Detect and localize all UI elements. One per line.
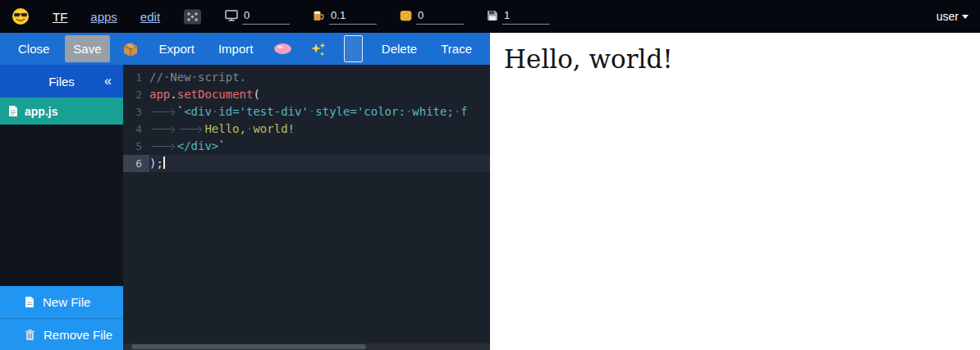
tab-indent-marker [149, 103, 177, 120]
editor-toolbar: Close Save Export Import [0, 33, 490, 65]
line-number: 2 [123, 86, 149, 103]
remove-file-button[interactable]: Remove File [0, 318, 123, 350]
code-lines: 1//·New·script.2app.setDocument(3`<div·i… [123, 69, 490, 172]
stat-beer[interactable]: 0.1 [313, 9, 377, 25]
save-button[interactable]: Save [65, 35, 109, 62]
code-line[interactable]: 6); [123, 155, 490, 172]
topbar: TF apps edit 0 [0, 0, 980, 33]
package-icon [122, 41, 139, 57]
package-button[interactable] [117, 36, 144, 62]
code-line[interactable]: 4Hello,·world! [123, 120, 490, 138]
smiley-face-icon [11, 7, 30, 25]
new-file-icon [25, 296, 34, 308]
code-line[interactable]: 3`<div·id='test-div'·style='color:·white… [123, 103, 490, 120]
delete-button[interactable]: Delete [373, 35, 425, 62]
workspace: Close Save Export Import [0, 33, 490, 350]
line-number: 6 [123, 155, 149, 172]
tab-indent-marker [149, 138, 177, 155]
sparkles-button[interactable] [305, 36, 332, 62]
brand-link[interactable]: TF [53, 10, 67, 24]
scrollbar-thumb[interactable] [131, 344, 366, 349]
files-title: Files [48, 75, 75, 89]
blank-toolbar-button[interactable] [344, 35, 362, 62]
coin-icon [400, 10, 412, 25]
preview-pane: Hello, world! [490, 33, 980, 350]
file-name: app.js [25, 105, 57, 118]
export-button[interactable]: Export [151, 35, 203, 62]
new-file-label: New File [43, 295, 90, 309]
files-header: Files « [0, 65, 123, 98]
app-root: TF apps edit 0 [0, 0, 980, 350]
soap-icon [273, 43, 292, 55]
horizontal-scrollbar[interactable] [123, 343, 490, 350]
user-label: user [936, 10, 959, 23]
collapse-sidebar-button[interactable]: « [101, 65, 115, 98]
line-number: 3 [123, 103, 149, 120]
stat-value-floppy[interactable]: 1 [502, 9, 550, 25]
workarea: Files « app.js [0, 65, 490, 350]
nav-link-apps[interactable]: apps [90, 10, 117, 24]
remove-file-label: Remove File [44, 328, 112, 342]
beer-icon [313, 10, 325, 25]
close-button[interactable]: Close [10, 35, 57, 62]
nav-link-edit[interactable]: edit [140, 10, 160, 24]
file-item-appjs[interactable]: app.js [0, 98, 123, 125]
soap-button[interactable] [268, 38, 297, 60]
code-line[interactable]: 2app.setDocument( [123, 86, 490, 103]
user-menu[interactable]: user [936, 10, 969, 23]
files-sidebar: Files « app.js [0, 65, 123, 350]
line-number: 4 [123, 120, 149, 138]
code-line[interactable]: 5</div>` [123, 138, 490, 155]
tab-indent-marker [149, 120, 177, 138]
line-number: 5 [123, 138, 149, 155]
document-icon [8, 105, 18, 117]
smiley-icon[interactable] [11, 7, 30, 25]
stat-floppy[interactable]: 1 [487, 9, 550, 25]
stat-monitor[interactable]: 0 [225, 9, 290, 25]
stat-value-beer[interactable]: 0.1 [329, 9, 377, 25]
floppy-icon [487, 10, 498, 25]
main-area: Close Save Export Import [0, 33, 980, 350]
trash-icon [25, 329, 35, 341]
new-file-button[interactable]: New File [0, 286, 123, 318]
monitor-icon [225, 10, 238, 25]
dice-icon[interactable] [183, 8, 202, 25]
trace-button[interactable]: Trace [433, 35, 480, 62]
text-cursor [163, 157, 165, 169]
caret-down-icon [962, 15, 969, 19]
stat-value-coin[interactable]: 0 [416, 9, 464, 25]
stat-coin[interactable]: 0 [400, 9, 464, 25]
code-editor[interactable]: 1//·New·script.2app.setDocument(3`<div·i… [123, 65, 490, 350]
sparkles-icon [309, 41, 327, 57]
stat-value-monitor[interactable]: 0 [242, 9, 290, 25]
code-line[interactable]: 1//·New·script. [123, 69, 490, 86]
preview-text: Hello, world! [504, 44, 980, 74]
tab-indent-marker [177, 120, 205, 138]
sidebar-empty-area [0, 125, 123, 286]
line-number: 1 [123, 69, 149, 86]
import-button[interactable]: Import [210, 35, 262, 62]
